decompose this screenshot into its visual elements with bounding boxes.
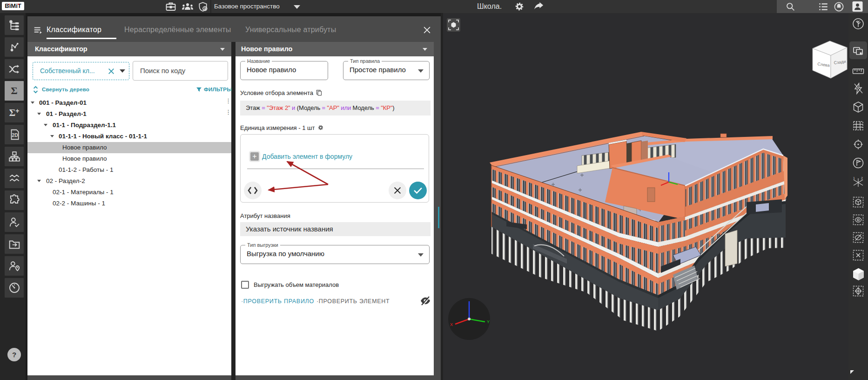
svg-text:2: 2 [861,176,863,180]
svg-text:X: X [450,322,453,327]
svg-text:1: 1 [853,176,855,180]
svg-text:2D: 2D [12,133,18,138]
svg-text:Y: Y [487,319,490,324]
